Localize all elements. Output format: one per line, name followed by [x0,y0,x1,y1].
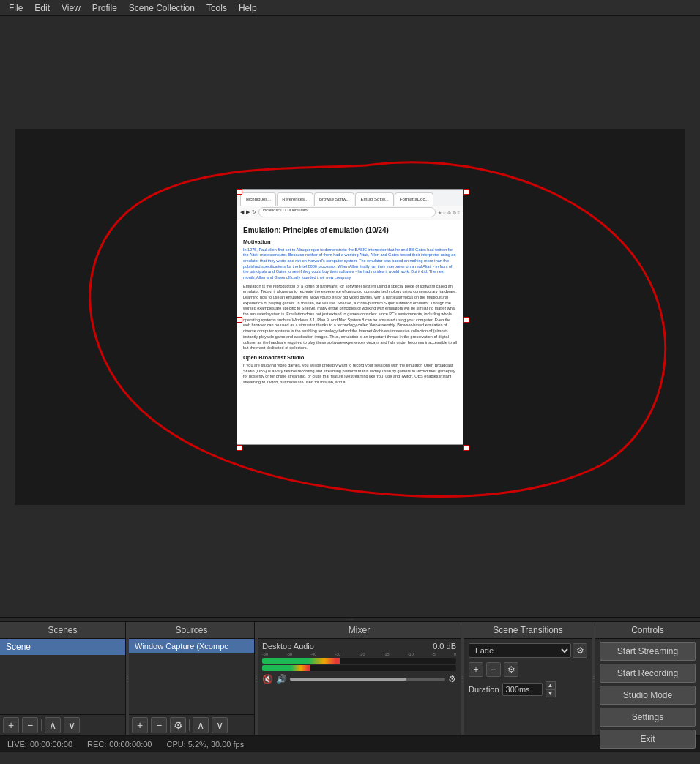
scenes-remove-btn[interactable]: − [22,717,38,733]
controls-panel-header: Controls [595,622,700,639]
resize-handle-tl[interactable] [237,189,242,195]
mixer-meter [262,658,456,664]
duration-up-btn[interactable]: ▲ [546,681,556,689]
sources-toolbar-sep [189,719,190,731]
browser-tabs: Techniques... References... Browse Softw… [237,190,463,206]
browser-bookmark-icons: ★ ☆ ⊕ ⚙ ≡ [438,210,460,215]
cpu-status: CPU: 5.2%, 30.00 fps [166,740,244,749]
obs-text: If you are studying video games, you wil… [243,363,457,386]
sources-settings-btn[interactable]: ⚙ [170,717,186,733]
preview-area: Techniques... References... Browse Softw… [0,16,700,617]
sources-down-btn[interactable]: ∨ [212,717,228,733]
duration-down-btn[interactable]: ▼ [546,689,556,697]
transition-remove-btn[interactable]: − [486,662,501,677]
mixer-settings-icon[interactable]: ⚙ [448,674,456,684]
scenes-list: Scene [0,639,125,714]
mixer-controls-row: 🔇 🔊 ⚙ [262,674,456,684]
transition-add-btn[interactable]: + [469,662,483,677]
panels-row: Scenes Scene + − ∧ ∨ Sources Window Capt… [0,622,700,735]
mixer-meter-2 [262,665,456,671]
scenes-up-btn[interactable]: ∧ [45,717,61,733]
sources-add-btn[interactable]: + [132,717,148,733]
controls-content: Start Streaming Start Recording Studio M… [595,639,700,752]
transitions-content: Fade ⚙ + − ⚙ Duration ▲ ▼ [464,639,592,735]
mixer-track-desktop-audio: Desktop Audio 0.0 dB -60 -50 -40 -30 -20… [262,642,456,684]
transitions-panel-header: Scene Transitions [464,622,592,639]
menu-help[interactable]: Help [233,1,263,15]
source-item-1[interactable]: Window Capture (Xcompc [129,639,254,653]
browser-tab-4[interactable]: Emulo Softw... [355,192,393,206]
start-recording-button[interactable]: Start Recording [600,664,696,683]
transition-config-btn[interactable]: ⚙ [504,662,518,677]
menu-file[interactable]: File [3,1,29,15]
motivation-text: In 1975, Paul Allen first set to Albuque… [243,247,457,281]
browser-tab-3[interactable]: Browse Softw... [314,192,354,206]
scenes-panel: Scenes Scene + − ∧ ∨ [0,622,126,735]
obs-heading: Open Broadcast Studio [243,354,457,361]
scenes-panel-header: Scenes [0,622,125,639]
browser-reload-btn[interactable]: ↻ [252,209,256,215]
browser-tab-5[interactable]: FormattaDoc... [395,192,434,206]
sources-panel: Sources Window Capture (Xcompc + − ⚙ ∧ ∨ [129,622,255,735]
sources-up-btn[interactable]: ∧ [193,717,209,733]
live-time: 00:00:00:00 [30,740,72,749]
sources-remove-btn[interactable]: − [151,717,167,733]
duration-input[interactable] [502,683,543,696]
rec-label: REC: [87,740,106,749]
live-status: LIVE: 00:00:00:00 [7,740,72,749]
mixer-speaker-icon[interactable]: 🔊 [276,674,287,684]
page-title-browser: Emulation: Principles of emulation (10/2… [243,226,457,234]
studio-mode-button[interactable]: Studio Mode [600,686,696,705]
menu-tools[interactable]: Tools [201,1,233,15]
mixer-panel-header: Mixer [258,622,461,639]
emulation-text: Emulation is the reproduction of a (ofte… [243,284,457,351]
transition-settings-btn[interactable]: ⚙ [573,643,587,658]
menu-bar: File Edit View Profile Scene Collection … [0,0,700,16]
cpu-label: CPU: 5.2%, 30.00 fps [166,740,244,749]
browser-window: Techniques... References... Browse Softw… [237,189,463,445]
browser-back-btn[interactable]: ◀ [240,209,244,215]
scene-item-1[interactable]: Scene [0,639,125,655]
start-streaming-button[interactable]: Start Streaming [600,642,696,661]
mixer-volume-fill [290,678,406,681]
menu-view[interactable]: View [56,1,86,15]
duration-row: Duration ▲ ▼ [469,681,587,697]
canvas-preview: Techniques... References... Browse Softw… [15,129,685,505]
mixer-meter-fill-2 [262,665,310,671]
browser-tab-2[interactable]: References... [277,192,313,206]
duration-label: Duration [469,685,499,694]
mixer-panel: Mixer Desktop Audio 0.0 dB -60 -50 -40 -… [258,622,461,735]
bottom-panel: Scenes Scene + − ∧ ∨ Sources Window Capt… [0,621,700,764]
rec-status: REC: 00:00:00:00 [87,740,152,749]
resize-handle-bl[interactable] [237,445,242,451]
rec-time: 00:00:00:00 [109,740,152,749]
scenes-toolbar: + − ∧ ∨ [0,714,125,735]
menu-profile[interactable]: Profile [86,1,123,15]
menu-scene-collection[interactable]: Scene Collection [123,1,201,15]
transition-select-row: Fade ⚙ [469,643,587,658]
scenes-add-btn[interactable]: + [3,717,19,733]
mixer-track-db: 0.0 dB [433,642,456,651]
resize-handle-mr[interactable] [463,317,469,323]
scenes-toolbar-sep [41,719,42,731]
browser-tab-1[interactable]: Techniques... [240,192,276,206]
transition-type-select[interactable]: Fade [469,643,571,658]
resize-handle-br[interactable] [463,445,469,451]
scenes-down-btn[interactable]: ∨ [64,717,80,733]
sources-list: Window Capture (Xcompc [129,639,254,714]
exit-button[interactable]: Exit [600,730,696,749]
browser-forward-btn[interactable]: ▶ [246,209,250,215]
browser-address-bar: ◀ ▶ ↻ localhost:1111/Demulator ★ ☆ ⊕ ⚙ ≡ [237,206,463,220]
mixer-volume-slider[interactable] [290,678,445,681]
mixer-content: Desktop Audio 0.0 dB -60 -50 -40 -30 -20… [258,639,461,735]
mixer-track-header: Desktop Audio 0.0 dB [262,642,456,651]
settings-button[interactable]: Settings [600,708,696,727]
browser-address-input[interactable]: localhost:1111/Demulator [258,207,436,217]
transitions-panel: Scene Transitions Fade ⚙ + − ⚙ Duration [464,622,592,735]
sources-panel-header: Sources [129,622,254,639]
mixer-mute-icon[interactable]: 🔇 [262,674,273,684]
resize-handle-ml[interactable] [237,317,242,323]
mixer-track-name: Desktop Audio [262,642,314,651]
menu-edit[interactable]: Edit [29,1,56,15]
resize-handle-tr[interactable] [463,189,469,195]
